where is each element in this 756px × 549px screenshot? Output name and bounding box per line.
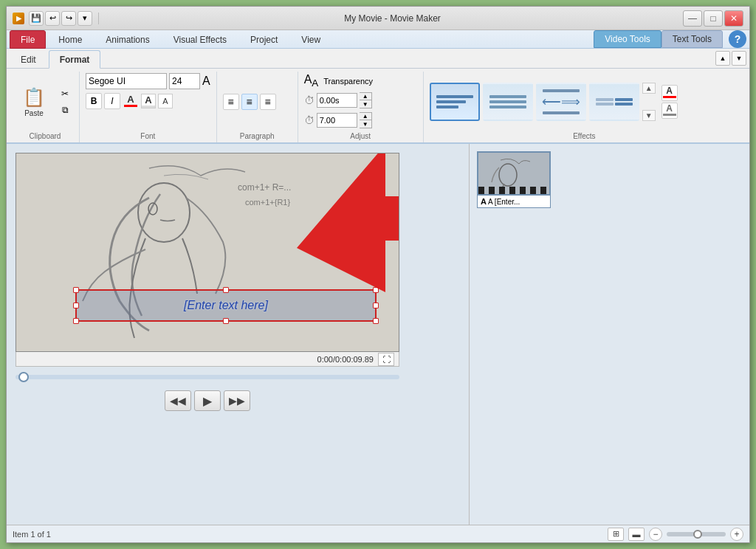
time-input[interactable] xyxy=(317,93,357,108)
quick-access-dropdown[interactable]: ▾ xyxy=(78,11,92,26)
font-color-button[interactable]: A xyxy=(123,93,139,109)
clock-icon: ⏱ xyxy=(304,94,315,106)
scrubber-track[interactable] xyxy=(16,375,399,379)
text-shadow-a-icon: A xyxy=(666,103,673,114)
effect-line-top xyxy=(543,89,580,92)
font-color-icon: A xyxy=(127,94,134,105)
minimize-button[interactable]: — xyxy=(683,10,702,27)
maximize-button[interactable]: □ xyxy=(704,10,723,27)
effects-scroll-up[interactable]: ▲ xyxy=(642,83,656,94)
font-label: Font xyxy=(86,131,210,142)
font-format-row: B I A A A xyxy=(86,93,173,109)
caption-text[interactable]: [Enter text here] xyxy=(184,299,268,312)
ribbon-clipboard: 📋 Paste ✂ ⧉ Clipboard xyxy=(11,72,80,142)
zoom-thumb[interactable] xyxy=(693,530,702,539)
ribbon-paragraph: ≡ ≡ ≡ Paragraph xyxy=(217,72,298,142)
time-down-btn[interactable]: ▼ xyxy=(360,100,371,108)
help-button[interactable]: ? xyxy=(729,30,746,48)
align-left-button[interactable]: ≡ xyxy=(223,94,239,110)
time-up-btn[interactable]: ▲ xyxy=(360,93,371,100)
tab-file[interactable]: File xyxy=(10,30,46,49)
italic-button[interactable]: I xyxy=(104,93,120,109)
transparency-label: Transparency xyxy=(323,77,373,86)
play-button[interactable]: ▶ xyxy=(194,390,221,411)
item-count-label: Item 1 of 1 xyxy=(13,530,51,539)
handle-tl[interactable] xyxy=(73,287,79,293)
font-size-grow-btn[interactable]: A xyxy=(202,75,210,88)
clip-label-text: A [Enter... xyxy=(488,198,520,206)
handle-bl[interactable] xyxy=(73,318,79,324)
font-a2-underline xyxy=(142,106,155,108)
effect-button-3[interactable]: ⟵⟹ xyxy=(536,83,586,121)
storyboard-view-button[interactable]: ⊞ xyxy=(608,528,624,541)
tab-project[interactable]: Project xyxy=(239,30,289,48)
cut-button[interactable]: ✂ xyxy=(57,86,73,101)
effect-button-4[interactable] xyxy=(589,83,639,121)
font-shrink-button[interactable]: A xyxy=(158,94,173,108)
align-right-button[interactable]: ≡ xyxy=(260,94,276,110)
effect-fade-line2 xyxy=(615,98,633,101)
effect-fade-line3 xyxy=(596,103,614,106)
effect-button-1[interactable] xyxy=(430,83,480,121)
ribbon-scroll-down[interactable]: ▼ xyxy=(732,51,746,66)
handle-br[interactable] xyxy=(373,318,379,324)
paste-icon: 📋 xyxy=(23,87,45,108)
text-color-button[interactable]: A xyxy=(662,85,678,101)
font-shrink-icon: A xyxy=(162,97,168,106)
prev-frame-button[interactable]: ◀◀ xyxy=(165,390,191,411)
tab-video-tools[interactable]: Video Tools xyxy=(594,30,662,48)
text-overlay-box[interactable]: [Enter text here] xyxy=(75,289,377,322)
window-controls: — □ ✕ xyxy=(683,10,743,27)
video-preview[interactable]: com+1+ R=... com+1+{R1} [Ente xyxy=(16,153,399,352)
align-center-button[interactable]: ≡ xyxy=(241,94,258,110)
status-right: ⊞ ▬ − + xyxy=(608,528,743,541)
size-up-btn[interactable]: ▲ xyxy=(360,113,371,120)
font-color-2-button[interactable]: A xyxy=(141,94,156,108)
storyboard-clip-1[interactable]: A A [Enter... xyxy=(477,151,551,208)
text-shadow-button[interactable]: A xyxy=(662,103,678,119)
fullscreen-button[interactable]: ⛶ xyxy=(378,353,394,366)
handle-tr[interactable] xyxy=(373,287,379,293)
tab-text-tools[interactable]: Text Tools xyxy=(662,30,723,48)
ribbon-scroll-up[interactable]: ▲ xyxy=(715,51,730,66)
undo-button[interactable]: ↩ xyxy=(45,11,60,26)
zoom-in-button[interactable]: + xyxy=(730,528,743,541)
font-name-input[interactable] xyxy=(86,73,167,89)
effect-arrow-icon: ⟵⟹ xyxy=(542,94,580,110)
tab-home[interactable]: Home xyxy=(47,30,93,48)
next-frame-button[interactable]: ▶▶ xyxy=(224,390,250,411)
close-button[interactable]: ✕ xyxy=(724,10,743,27)
ribbon-font: A B I A A A xyxy=(80,72,217,142)
redo-button[interactable]: ↪ xyxy=(61,11,76,26)
tab-edit[interactable]: Edit xyxy=(10,50,47,68)
handle-mr[interactable] xyxy=(373,303,379,308)
handle-ml[interactable] xyxy=(73,303,79,308)
size-down-btn[interactable]: ▼ xyxy=(360,120,371,128)
paste-button[interactable]: 📋 Paste xyxy=(17,80,51,123)
size-spinner: ▲ ▼ xyxy=(360,112,372,128)
save-button[interactable]: 💾 xyxy=(29,11,44,26)
timeline-bar: 0:00/0:00:09.89 ⛶ xyxy=(16,352,399,367)
tab-animations[interactable]: Animations xyxy=(94,30,160,48)
tab-view[interactable]: View xyxy=(290,30,331,48)
tab-format[interactable]: Format xyxy=(49,50,101,69)
copy-button[interactable]: ⧉ xyxy=(57,103,73,117)
paragraph-content: ≡ ≡ ≡ xyxy=(223,73,292,131)
scrubber-thumb[interactable] xyxy=(18,372,29,382)
adjust-content: AA Transparency ⏱ ▲ ▼ ⏱ ▲ ▼ xyxy=(304,73,417,131)
handle-tm[interactable] xyxy=(223,287,229,293)
bold-button[interactable]: B xyxy=(86,93,102,109)
timeline-view-button[interactable]: ▬ xyxy=(628,528,645,541)
font-size-input[interactable] xyxy=(169,73,200,89)
storyboard-panel: A A [Enter... xyxy=(469,144,749,525)
handle-bm[interactable] xyxy=(223,318,229,324)
zoom-out-button[interactable]: − xyxy=(649,528,662,541)
adjust-label: Adjust xyxy=(304,131,417,142)
tab-visual-effects[interactable]: Visual Effects xyxy=(162,30,238,48)
effects-scroll-down[interactable]: ▼ xyxy=(642,110,656,121)
size-input[interactable] xyxy=(317,113,357,128)
ribbon-effects: ⟵⟹ xyxy=(424,72,745,142)
effect-button-2[interactable] xyxy=(483,83,533,121)
quick-access-toolbar: 💾 ↩ ↪ ▾ xyxy=(29,11,92,26)
zoom-track[interactable] xyxy=(667,532,726,536)
